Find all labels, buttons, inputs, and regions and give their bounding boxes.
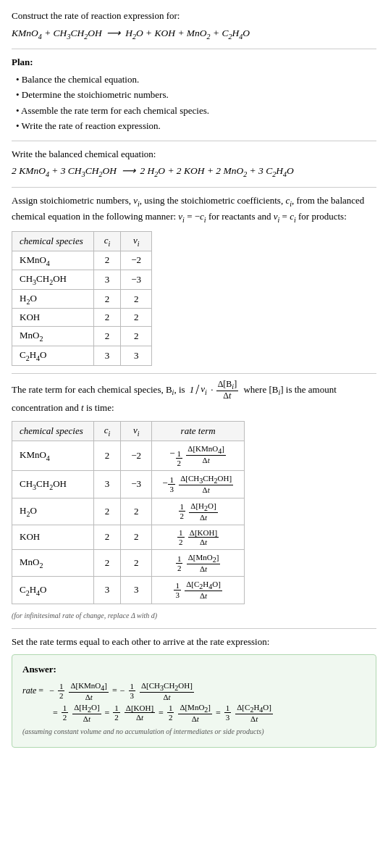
plan-item-1: • Balance the chemical equation. (16, 72, 376, 87)
vi-cell: 3 (121, 346, 152, 366)
equals-3: = (105, 705, 110, 722)
minus-sign-1: − (49, 683, 54, 699)
vi-cell: −3 (121, 471, 152, 498)
table-row: C2H4O 3 3 (12, 346, 152, 366)
stoichio-section: Assign stoichiometric numbers, νi, using… (12, 193, 376, 366)
rate-terms-section: The rate term for each chemical species,… (12, 380, 376, 621)
vi-cell: 2 (121, 327, 152, 346)
balanced-equation: 2 KMnO4 + 3 CH3CH2OH ⟶ 2 H2O + 2 KOH + 2… (12, 164, 376, 180)
ci-cell: 3 (93, 471, 121, 498)
ci-cell: 3 (93, 577, 121, 604)
col-species: chemical species (12, 422, 94, 441)
species-cell: C2H4O (12, 577, 94, 604)
reaction-equation: KMnO4 + CH3CH2OH ⟶ H2O + KOH + MnO2 + C2… (12, 26, 376, 42)
ci-cell: 2 (93, 525, 121, 549)
ci-cell: 3 (93, 270, 121, 290)
species-cell: KMnO4 (12, 251, 94, 270)
table-row: C2H4O 3 3 13 Δ[C2H4O]Δt (12, 577, 245, 604)
table-row: MnO2 2 2 12 Δ[MnO2]Δt (12, 550, 245, 577)
rate-cell: − 12 Δ[KMnO4]Δt (152, 441, 245, 470)
rate-cell: 12 Δ[H2O]Δt (152, 498, 245, 525)
species-cell: KOH (12, 525, 94, 549)
plan-title: Plan: (12, 55, 376, 70)
equals-1: = (112, 683, 117, 699)
ci-cell: 2 (93, 550, 121, 577)
plan-section: Plan: • Balance the chemical equation. •… (12, 55, 376, 133)
rate-terms-intro: The rate term for each chemical species,… (12, 380, 376, 416)
plan-item-3: • Assemble the rate term for each chemic… (16, 104, 376, 118)
vi-cell: −3 (121, 270, 152, 290)
ci-cell: 2 (93, 327, 121, 346)
ci-cell: 2 (93, 289, 121, 309)
ci-cell: 2 (93, 498, 121, 525)
table-row: KMnO4 2 −2 (12, 251, 152, 270)
species-cell: CH3CH2OH (12, 270, 94, 290)
divider-5 (12, 628, 376, 629)
minus-sign-2: − (120, 683, 125, 699)
vi-cell: 2 (121, 289, 152, 309)
ci-cell: 3 (93, 346, 121, 366)
divider-4 (12, 373, 376, 374)
balanced-intro: Write the balanced chemical equation: (12, 147, 376, 162)
rate-expression: rate = − 12 Δ[KMnO4]Δt = − 13 Δ[CH3CH2OH… (22, 681, 366, 738)
rate-terms-table: chemical species ci νi rate term KMnO4 2… (12, 421, 245, 604)
rate-cell: 13 Δ[C2H4O]Δt (152, 577, 245, 604)
stoichio-table: chemical species ci νi KMnO4 2 −2 CH3CH2… (12, 231, 152, 366)
equals-4: = (159, 705, 164, 722)
header-title: Construct the rate of reaction expressio… (12, 9, 376, 23)
answer-box: Answer: rate = − 12 Δ[KMnO4]Δt = − 13 Δ[… (12, 654, 376, 748)
rate-cell: 12 Δ[MnO2]Δt (152, 550, 245, 577)
species-cell: CH3CH2OH (12, 471, 94, 498)
balanced-section: Write the balanced chemical equation: 2 … (12, 147, 376, 180)
stoichio-intro: Assign stoichiometric numbers, νi, using… (12, 193, 376, 225)
table-row: CH3CH2OH 3 −3 −13 Δ[CH3CH2OH]Δt (12, 471, 245, 498)
answer-title: Answer: (22, 662, 366, 677)
vi-cell: 2 (121, 525, 152, 549)
species-cell: KOH (12, 309, 94, 327)
answer-disclaimer: (assuming constant volume and no accumul… (22, 726, 366, 737)
plan-item-2: • Determine the stoichiometric numbers. (16, 88, 376, 102)
rate-cell: 12 Δ[KOH]Δt (152, 525, 245, 549)
plan-list: • Balance the chemical equation. • Deter… (16, 72, 376, 133)
col-vi: νi (121, 422, 152, 441)
species-cell: KMnO4 (12, 441, 94, 470)
table-row: KMnO4 2 −2 − 12 Δ[KMnO4]Δt (12, 441, 245, 470)
vi-cell: 2 (121, 309, 152, 327)
ci-cell: 2 (93, 251, 121, 270)
col-species: chemical species (12, 232, 94, 251)
vi-cell: 2 (121, 498, 152, 525)
ci-cell: 2 (93, 441, 121, 470)
table-row: H2O 2 2 12 Δ[H2O]Δt (12, 498, 245, 525)
set-intro: Set the rate terms equal to each other t… (12, 635, 376, 649)
vi-cell: 3 (121, 577, 152, 604)
rate-cell: −13 Δ[CH3CH2OH]Δt (152, 471, 245, 498)
col-rate: rate term (152, 422, 245, 441)
col-vi: νi (121, 232, 152, 251)
col-ci: ci (93, 422, 121, 441)
species-cell: H2O (12, 289, 94, 309)
species-cell: C2H4O (12, 346, 94, 366)
species-cell: H2O (12, 498, 94, 525)
plan-item-4: • Write the rate of reaction expression. (16, 119, 376, 133)
divider-1 (12, 49, 376, 49)
equals-2: = (53, 705, 58, 722)
col-ci: ci (93, 232, 121, 251)
divider-2 (12, 141, 376, 141)
vi-cell: −2 (121, 251, 152, 270)
table-row: H2O 2 2 (12, 289, 152, 309)
ci-cell: 2 (93, 309, 121, 327)
rate-terms-note: (for infinitesimal rate of change, repla… (12, 610, 376, 621)
species-cell: MnO2 (12, 327, 94, 346)
answer-section: Set the rate terms equal to each other t… (12, 635, 376, 748)
equals-5: = (216, 705, 221, 722)
vi-cell: 2 (121, 550, 152, 577)
vi-cell: −2 (121, 441, 152, 470)
table-row: KOH 2 2 12 Δ[KOH]Δt (12, 525, 245, 549)
header-section: Construct the rate of reaction expressio… (12, 9, 376, 41)
divider-3 (12, 187, 376, 188)
table-row: KOH 2 2 (12, 309, 152, 327)
rate-label: rate = (22, 683, 43, 699)
table-row: MnO2 2 2 (12, 327, 152, 346)
species-cell: MnO2 (12, 550, 94, 577)
table-row: CH3CH2OH 3 −3 (12, 270, 152, 290)
